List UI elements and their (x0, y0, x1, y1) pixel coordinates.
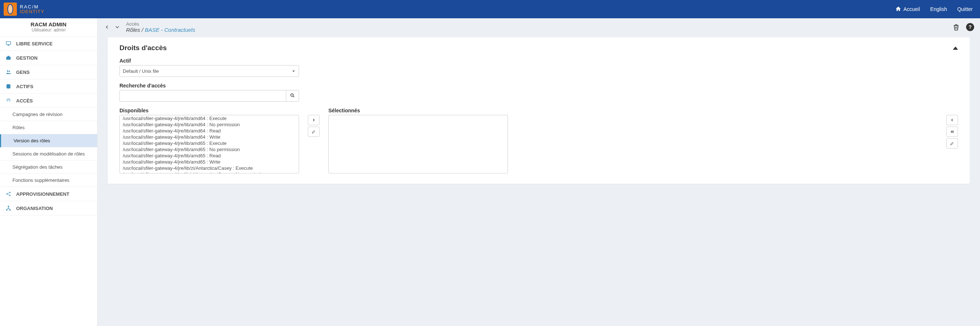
network-icon (5, 205, 12, 212)
disponibles-label: Disponibles (119, 108, 299, 114)
nav-label: ACCÈS (16, 98, 33, 104)
brand-line2: IDENTITY (20, 9, 45, 14)
nav-version-roles[interactable]: Version des rôles (0, 134, 97, 147)
list-item[interactable]: /usr/local/sfiler-gateway-4/jre/lib/amd6… (120, 115, 299, 122)
svg-point-7 (9, 192, 10, 193)
list-item[interactable]: /usr/local/sfiler-gateway-4/jre/lib/zi/A… (120, 165, 299, 171)
nav-label: Ségrégation des tâches (13, 164, 63, 170)
brand-logo: RAC/M IDENTITY (0, 3, 45, 16)
nav-segregation[interactable]: Ségrégation des tâches (0, 161, 97, 174)
selectionnes-label: Sélectionnés (328, 108, 937, 114)
nav-label: Fonctions supplémentaires (13, 177, 69, 183)
user-box: RACM ADMIN Utilisateur: admin (0, 18, 97, 36)
list-item[interactable]: /usr/local/sfiler-gateway-4/jre/lib/amd6… (120, 153, 299, 159)
svg-point-3 (7, 70, 8, 72)
search-input[interactable] (119, 90, 286, 102)
nav-label: APPROVISIONNEMENT (16, 191, 69, 197)
sidebar: RACM ADMIN Utilisateur: admin LIBRE SERV… (0, 18, 97, 326)
user-name: RACM ADMIN (0, 21, 97, 27)
fingerprint-icon (5, 97, 12, 104)
main-content: Accès Rôles / BASE - Contractuels ? Droi… (97, 18, 980, 326)
breadcrumb-top: Accès (126, 21, 195, 27)
breadcrumb-roles[interactable]: Rôles (126, 27, 140, 33)
nav-down-icon[interactable] (114, 24, 121, 31)
svg-line-13 (293, 96, 294, 97)
edit-selected-button[interactable] (946, 138, 958, 149)
edit-available-button[interactable] (308, 127, 320, 137)
help-icon[interactable]: ? (966, 23, 974, 31)
list-item[interactable]: /usr/local/sfiler-gateway-4/jre/lib/amd6… (120, 122, 299, 128)
nav-label: Campagnes de révision (13, 112, 63, 117)
actif-label: Actif (119, 58, 958, 64)
collapse-icon[interactable] (953, 46, 958, 50)
list-item[interactable]: /usr/local/sfiler-gateway-4/jre/lib/zi/A… (120, 171, 299, 173)
svg-point-8 (9, 195, 10, 196)
svg-rect-0 (6, 42, 11, 44)
nav-campagnes[interactable]: Campagnes de révision (0, 108, 97, 121)
list-item[interactable]: /usr/local/sfiler-gateway-4/jre/lib/amd6… (120, 128, 299, 134)
move-left-button[interactable] (946, 115, 958, 125)
nav-label: LIBRE SERVICE (16, 41, 52, 46)
nav-approvisionnement[interactable]: APPROVISIONNEMENT (0, 187, 97, 201)
actif-select[interactable]: Default / Unix file (119, 65, 299, 77)
nav-back-icon[interactable] (103, 24, 111, 31)
nav-label: ACTIFS (16, 84, 33, 89)
topbar: RAC/M IDENTITY Accueil English Quitter (0, 0, 980, 18)
delete-icon[interactable] (951, 22, 961, 32)
nav-sessions[interactable]: Sessions de modélisation de rôles (0, 147, 97, 161)
nav-label: Rôles (13, 125, 25, 130)
selected-listbox[interactable] (328, 115, 508, 173)
list-item[interactable]: /usr/local/sfiler-gateway-4/jre/lib/amd6… (120, 159, 299, 165)
list-item[interactable]: /usr/local/sfiler-gateway-4/jre/lib/amd6… (120, 146, 299, 153)
breadcrumb-row: Accès Rôles / BASE - Contractuels ? (97, 18, 980, 37)
breadcrumb-current[interactable]: BASE - Contractuels (145, 27, 195, 33)
toolbox-icon (5, 54, 12, 61)
nav-label: Sessions de modélisation de rôles (13, 151, 85, 157)
svg-point-9 (8, 206, 9, 207)
nav-label: GESTION (16, 55, 38, 61)
panel-title: Droits d'accès (119, 44, 167, 52)
nav-fonctions[interactable]: Fonctions supplémentaires (0, 174, 97, 187)
search-icon (290, 93, 295, 99)
svg-point-6 (6, 193, 7, 194)
svg-point-4 (9, 71, 10, 72)
list-item[interactable]: /usr/local/sfiler-gateway-4/jre/lib/amd6… (120, 140, 299, 146)
breadcrumb: Accès Rôles / BASE - Contractuels (126, 21, 195, 33)
home-link[interactable]: Accueil (895, 6, 920, 13)
available-listbox[interactable]: /usr/local/sfiler-gateway-4/jre/lib/amd6… (119, 115, 299, 173)
svg-point-12 (291, 94, 293, 96)
database-icon (5, 83, 12, 90)
share-icon (5, 191, 12, 197)
nav-acces[interactable]: ACCÈS (0, 94, 97, 108)
quit-link[interactable]: Quitter (957, 6, 973, 12)
nav-label: Version des rôles (14, 138, 50, 143)
language-link[interactable]: English (930, 6, 947, 12)
access-rights-panel: Droits d'accès Actif Default / Unix file… (108, 37, 970, 184)
monitor-icon (5, 40, 12, 47)
people-icon (5, 69, 12, 75)
home-link-label: Accueil (904, 6, 920, 12)
nav-libre-service[interactable]: LIBRE SERVICE (0, 36, 97, 51)
user-sub: Utilisateur: admin (0, 27, 97, 33)
list-item[interactable]: /usr/local/sfiler-gateway-4/jre/lib/amd6… (120, 134, 299, 140)
search-label: Recherche d'accès (119, 83, 958, 89)
nav-organisation[interactable]: ORGANISATION (0, 201, 97, 215)
search-button[interactable] (286, 90, 299, 102)
brand-logo-icon (4, 3, 17, 16)
nav-label: GENS (16, 70, 30, 75)
move-all-left-button[interactable] (946, 127, 958, 137)
home-icon (895, 6, 901, 13)
nav-gestion[interactable]: GESTION (0, 51, 97, 65)
nav-roles[interactable]: Rôles (0, 121, 97, 134)
nav-label: ORGANISATION (16, 206, 53, 211)
nav-gens[interactable]: GENS (0, 65, 97, 79)
move-right-button[interactable] (308, 115, 320, 125)
nav-actifs[interactable]: ACTIFS (0, 79, 97, 94)
